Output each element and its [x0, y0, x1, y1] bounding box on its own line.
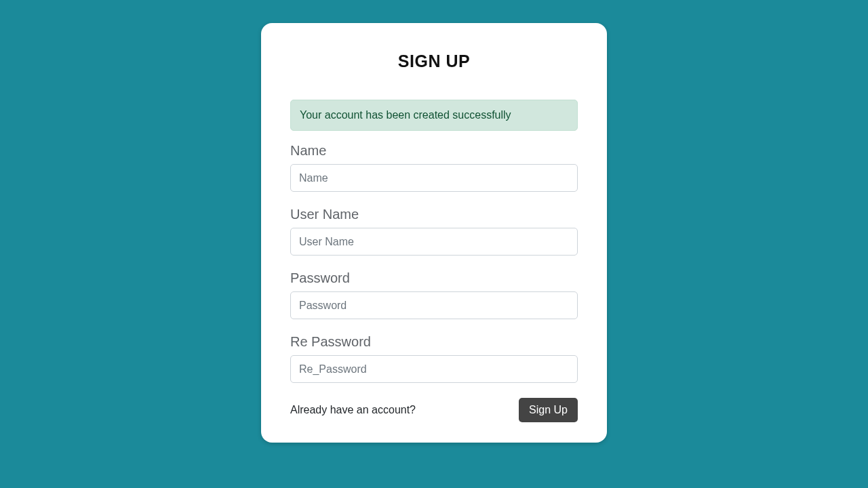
signup-card: SIGN UP Your account has been created su… — [261, 23, 607, 443]
name-input[interactable] — [290, 164, 578, 192]
username-label: User Name — [290, 207, 578, 222]
password-input[interactable] — [290, 291, 578, 319]
repassword-label: Re Password — [290, 334, 578, 350]
form-title: SIGN UP — [290, 52, 578, 71]
field-group-password: Password — [290, 270, 578, 319]
field-group-username: User Name — [290, 207, 578, 256]
field-group-repassword: Re Password — [290, 334, 578, 383]
success-alert: Your account has been created successful… — [290, 100, 578, 131]
form-footer: Already have an account? Sign Up — [290, 398, 578, 422]
name-label: Name — [290, 143, 578, 159]
field-group-name: Name — [290, 143, 578, 192]
login-link[interactable]: Already have an account? — [290, 404, 416, 416]
password-label: Password — [290, 270, 578, 286]
repassword-input[interactable] — [290, 355, 578, 383]
signup-button[interactable]: Sign Up — [519, 398, 578, 422]
username-input[interactable] — [290, 228, 578, 256]
